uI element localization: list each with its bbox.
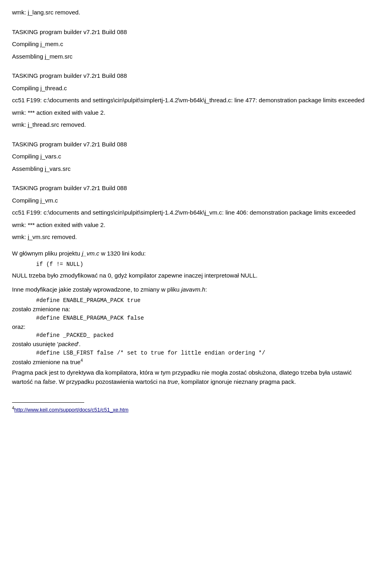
para-zostalo1: zostało zmienione na: bbox=[12, 305, 373, 314]
code-def3: #define _PACKED_ packed bbox=[36, 331, 373, 340]
code-def2: #define ENABLE_PRAGMA_PACK false bbox=[36, 314, 373, 322]
text-wmk-jthread: wmk: j_thread.src removed. bbox=[12, 121, 86, 128]
line-tasking-1: TASKING program builder v7.2r1 Build 088 bbox=[12, 28, 373, 37]
line-compiling-jthread: Compiling j_thread.c bbox=[12, 84, 373, 93]
text-oraz: oraz: bbox=[12, 323, 25, 330]
prose-section: W głównym pliku projektu j_vm.c w 1320 l… bbox=[12, 249, 373, 387]
text-def4: #define LSB_FIRST false /* set to true f… bbox=[36, 350, 265, 356]
text-tasking-2: TASKING program builder v7.2r1 Build 088 bbox=[12, 72, 127, 79]
text-false-italic: false bbox=[43, 378, 56, 385]
text-compiling-jvars: Compiling j_vars.c bbox=[12, 153, 61, 160]
text-packed-italic: packed bbox=[58, 341, 77, 347]
line-tasking-2: TASKING program builder v7.2r1 Build 088 bbox=[12, 71, 373, 81]
line-wmk-jlang: wmk: j_lang.src removed. bbox=[12, 8, 373, 17]
line-compiling-jvm: Compiling j_vm.c bbox=[12, 196, 373, 205]
text-assembling-jvars: Assembling j_vars.src bbox=[12, 165, 71, 172]
text-tasking-3: TASKING program builder v7.2r1 Build 088 bbox=[12, 141, 127, 148]
text-inne-intro: Inne modyfikacje jakie zostały wprowadzo… bbox=[12, 286, 181, 293]
line-tasking-4: TASKING program builder v7.2r1 Build 088 bbox=[12, 184, 373, 193]
line-action-jvm: wmk: *** action exited with value 2. bbox=[12, 221, 373, 230]
text-pragma-end: , kompilator ignoruje nieznany pragma pa… bbox=[178, 378, 296, 385]
spacer-5 bbox=[12, 245, 373, 249]
line-wmk-jthread: wmk: j_thread.src removed. bbox=[12, 120, 373, 130]
line-wmk-jvm: wmk: j_vm.src removed. bbox=[12, 233, 373, 242]
superscript-4: 4 bbox=[81, 358, 83, 363]
text-def3: #define _PACKED_ packed bbox=[36, 332, 113, 339]
text-assembling-jmem: Assembling j_mem.src bbox=[12, 53, 73, 60]
text-cc51-jvm: cc51 F199: c:\documents and settings\cin… bbox=[12, 209, 355, 216]
para-zostalo2: zostało zmienione na true4 bbox=[12, 357, 373, 367]
text-true-italic: true bbox=[168, 378, 178, 385]
para-zostalo-usuniete: zostało usunięte 'packed'. bbox=[12, 340, 373, 349]
spacer-1 bbox=[12, 20, 373, 28]
para-pragma: Pragma pack jest to dyrektywa dla kompil… bbox=[12, 368, 373, 386]
text-action-jthread: wmk: *** action exited with value 2. bbox=[12, 109, 105, 116]
line-tasking-3: TASKING program builder v7.2r1 Build 088 bbox=[12, 140, 373, 149]
text-wmk-jlang: wmk: j_lang.src removed. bbox=[12, 9, 80, 16]
line-assembling-jmem: Assembling j_mem.src bbox=[12, 52, 373, 61]
document-content: wmk: j_lang.src removed. TASKING program… bbox=[12, 8, 373, 414]
text-jvm-c: j_vm.c bbox=[82, 250, 99, 257]
code-if: if (f != NULL) bbox=[36, 260, 373, 269]
footnote-link[interactable]: http://www.keil.com/support/docs/c51/c51… bbox=[14, 407, 129, 413]
text-zostalo-usuniete-end: '. bbox=[78, 341, 81, 347]
text-w-main-intro: W głównym pliku projektu bbox=[12, 250, 82, 257]
text-tasking-1: TASKING program builder v7.2r1 Build 088 bbox=[12, 28, 127, 35]
spacer-4 bbox=[12, 176, 373, 184]
para-inne-intro: Inne modyfikacje jakie zostały wprowadzo… bbox=[12, 285, 373, 294]
para-null: NULL trzeba było zmodyfikować na 0, gdyż… bbox=[12, 271, 373, 280]
text-compiling-jvm: Compiling j_vm.c bbox=[12, 197, 58, 204]
text-inne-rest: : bbox=[205, 286, 207, 293]
text-javavm-h: javavm.h bbox=[181, 286, 205, 293]
text-null: NULL trzeba było zmodyfikować na 0, gdyż… bbox=[12, 272, 257, 279]
line-cc51-jvm: cc51 F199: c:\documents and settings\cin… bbox=[12, 208, 373, 217]
spacer-2 bbox=[12, 64, 373, 71]
text-def1: #define ENABLE_PRAGMA_PACK true bbox=[36, 297, 140, 304]
text-main-rest: w 1320 lini kodu: bbox=[99, 250, 146, 257]
line-action-jthread: wmk: *** action exited with value 2. bbox=[12, 108, 373, 118]
line-assembling-jvars: Assembling j_vars.src bbox=[12, 164, 373, 174]
line-compiling-jvars: Compiling j_vars.c bbox=[12, 152, 373, 161]
para-oraz: oraz: bbox=[12, 322, 373, 332]
text-compiling-jmem: Compiling j_mem.c bbox=[12, 41, 63, 47]
text-tasking-4: TASKING program builder v7.2r1 Build 088 bbox=[12, 185, 127, 191]
text-def2: #define ENABLE_PRAGMA_PACK false bbox=[36, 315, 144, 321]
text-zostalo1: zostało zmienione na: bbox=[12, 306, 70, 312]
text-zostalo-usuniete: zostało usunięte ' bbox=[12, 341, 58, 347]
text-zostalo2: zostało zmienione na true bbox=[12, 359, 81, 365]
text-code-if: if (f != NULL) bbox=[36, 261, 83, 268]
spacer-3 bbox=[12, 133, 373, 140]
line-compiling-jmem: Compiling j_mem.c bbox=[12, 40, 373, 49]
footnote-divider bbox=[12, 402, 84, 403]
line-cc51-jthread: cc51 F199: c:\documents and settings\cin… bbox=[12, 96, 373, 105]
text-action-jvm: wmk: *** action exited with value 2. bbox=[12, 221, 105, 228]
text-pragma-rest: . W przypadku pozostawienia wartości na bbox=[55, 378, 167, 385]
para-main-intro: W głównym pliku projektu j_vm.c w 1320 l… bbox=[12, 249, 373, 258]
text-compiling-jthread: Compiling j_thread.c bbox=[12, 85, 67, 91]
footnote-section: 4http://www.keil.com/support/docs/c51/c5… bbox=[12, 405, 373, 414]
code-def4: #define LSB_FIRST false /* set to true f… bbox=[36, 349, 373, 357]
code-def1: #define ENABLE_PRAGMA_PACK true bbox=[36, 296, 373, 305]
text-wmk-jvm: wmk: j_vm.src removed. bbox=[12, 233, 77, 240]
text-cc51-jthread: cc51 F199: c:\documents and settings\cin… bbox=[12, 97, 365, 103]
